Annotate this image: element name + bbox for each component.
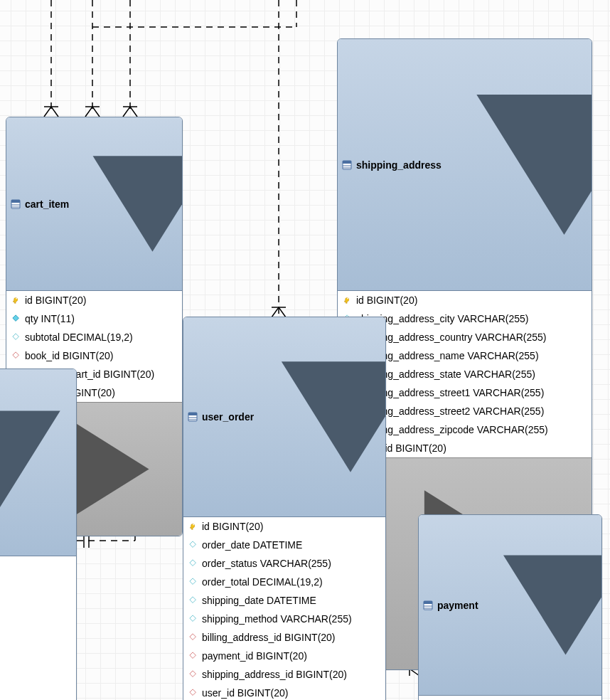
entity-title: cart_item <box>25 198 69 210</box>
column-label: qty INT(11) <box>25 313 176 324</box>
entity-header[interactable]: cart_item <box>6 117 182 291</box>
column-label: order_status VARCHAR(255) <box>202 558 380 569</box>
column-row[interactable]: book_id BIGINT(20) <box>6 346 182 365</box>
column-label: id BIGINT(20) <box>356 295 586 306</box>
column-row[interactable]: shipping_method VARCHAR(255) <box>183 610 385 628</box>
entity-header[interactable]: shipping_address <box>338 39 592 291</box>
columns-list: HAR(255) ARCHAR(255) RCHAR(255) RCHAR(25… <box>0 556 76 700</box>
column-label: CHAR(255) <box>0 686 70 698</box>
column-label: ARCHAR(255) <box>0 652 70 664</box>
column-row[interactable]: id BIGINT(20) <box>6 291 182 309</box>
column-label: shipping_address_country VARCHAR(255) <box>356 332 586 343</box>
entity-header[interactable]: payment <box>419 515 601 696</box>
column-label: order_date DATETIME <box>202 539 380 551</box>
entity-title: payment <box>437 600 478 611</box>
column-row[interactable]: order_status VARCHAR(255) <box>183 554 385 573</box>
column-label: shipping_address_street2 VARCHAR(255) <box>356 405 586 417</box>
column-row[interactable]: RCHAR(255) <box>0 612 76 630</box>
column-row[interactable]: billing_address_id BIGINT(20) <box>183 628 385 647</box>
column-label: order_total DECIMAL(19,2) <box>202 576 380 588</box>
column-label: RCHAR(255) <box>0 634 70 645</box>
column-row[interactable]: CHAR(255) <box>0 683 76 700</box>
column-label: shipping_address_street1 VARCHAR(255) <box>356 387 586 398</box>
column-row[interactable]: subtotal DECIMAL(19,2) <box>6 328 182 346</box>
column-label: subtotal DECIMAL(19,2) <box>25 332 176 343</box>
type-icon <box>12 333 21 341</box>
type-icon <box>189 541 198 549</box>
column-row[interactable]: id BIGINT(20) <box>419 696 601 700</box>
key-icon <box>343 296 352 304</box>
column-label: shipping_address_name VARCHAR(255) <box>356 350 586 361</box>
column-label: billing_address_id BIGINT(20) <box>202 632 380 643</box>
column-row[interactable]: payment_id BIGINT(20) <box>183 647 385 665</box>
fk-icon <box>189 652 198 660</box>
column-label: shipping_method VARCHAR(255) <box>202 613 380 625</box>
column-label: id BIGINT(20) <box>25 295 176 306</box>
column-label: shipping_date DATETIME <box>202 595 380 606</box>
column-label: shipping_address_id BIGINT(20) <box>202 669 380 680</box>
table-icon <box>342 160 352 170</box>
column-label: RCHAR(255) <box>0 597 70 608</box>
columns-list: id BIGINT(20) order_date DATETIME order_… <box>183 517 385 700</box>
column-row[interactable] <box>0 667 76 683</box>
entity-payment[interactable]: payment id BIGINT(20) card_number VARCHA… <box>418 514 602 700</box>
column-row[interactable]: id BIGINT(20) <box>338 291 592 309</box>
collapse-icon <box>442 42 592 287</box>
entity-left-partial[interactable]: HAR(255) ARCHAR(255) RCHAR(255) RCHAR(25… <box>0 368 77 700</box>
column-row[interactable]: HAR(255) <box>0 556 76 575</box>
collapse-icon <box>254 320 386 514</box>
column-row[interactable]: RCHAR(255) <box>0 630 76 649</box>
key-icon <box>12 296 21 304</box>
column-label: order_id BIGINT(20) <box>356 442 586 454</box>
key-icon <box>189 522 198 531</box>
column-row[interactable]: ARCHAR(255) <box>0 575 76 593</box>
collapse-icon <box>0 372 77 553</box>
column-label: user_id BIGINT(20) <box>202 687 380 699</box>
column-label: payment_id BIGINT(20) <box>202 650 380 662</box>
column-row[interactable]: shipping_address_id BIGINT(20) <box>183 665 385 684</box>
table-icon <box>423 600 433 610</box>
columns-list: id BIGINT(20) card_number VARCHAR(255) c… <box>419 696 601 700</box>
type-icon <box>12 314 21 323</box>
entity-user-order[interactable]: user_order id BIGINT(20) order_date DATE… <box>183 317 386 700</box>
table-icon <box>188 412 198 422</box>
column-row[interactable]: order_date DATETIME <box>183 536 385 554</box>
column-row[interactable]: user_id BIGINT(20) <box>183 684 385 700</box>
column-row[interactable]: qty INT(11) <box>6 309 182 328</box>
entity-header[interactable]: user_order <box>183 317 385 517</box>
fk-icon <box>12 351 21 360</box>
type-icon <box>189 596 198 605</box>
type-icon <box>189 615 198 623</box>
type-icon <box>189 578 198 586</box>
type-icon <box>189 559 198 568</box>
column-label: shipping_address_state VARCHAR(255) <box>356 368 586 380</box>
column-row[interactable]: RCHAR(255) <box>0 593 76 612</box>
fk-icon <box>189 689 198 697</box>
entity-title: shipping_address <box>356 159 442 171</box>
collapse-icon <box>69 120 183 287</box>
column-label: ARCHAR(255) <box>0 578 70 590</box>
table-icon <box>11 199 21 209</box>
column-label: shipping_address_zipcode VARCHAR(255) <box>356 424 586 435</box>
column-label: shipping_address_city VARCHAR(255) <box>356 313 586 324</box>
column-label: RCHAR(255) <box>0 615 70 627</box>
fk-icon <box>189 633 198 642</box>
column-row[interactable]: id BIGINT(20) <box>183 517 385 536</box>
entity-title: user_order <box>202 411 254 423</box>
fk-icon <box>189 670 198 679</box>
column-label: HAR(255) <box>0 560 70 571</box>
collapse-icon <box>478 518 602 692</box>
column-row[interactable]: ARCHAR(255) <box>0 649 76 667</box>
entity-header[interactable] <box>0 369 76 556</box>
column-row[interactable]: order_total DECIMAL(19,2) <box>183 573 385 591</box>
column-row[interactable]: shipping_date DATETIME <box>183 591 385 610</box>
column-label: book_id BIGINT(20) <box>25 350 176 361</box>
column-label: id BIGINT(20) <box>202 521 380 532</box>
